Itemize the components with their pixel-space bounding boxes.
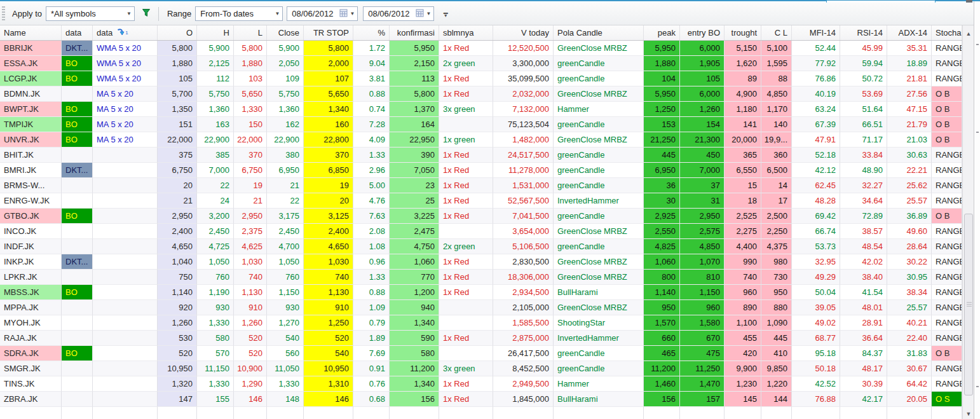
column-header-tr[interactable]: trought [725, 25, 761, 40]
cell-eb[interactable]: 1,580 [680, 315, 725, 331]
cell-n[interactable]: LCGP.JK [0, 71, 62, 86]
cell-k[interactable]: 23 [390, 178, 439, 193]
cell-tr[interactable]: 9,900 [725, 361, 761, 376]
cell-v[interactable]: 5,106,500 [493, 239, 554, 254]
cell-v[interactable] [493, 407, 554, 419]
cell-h[interactable]: 5,900 [197, 41, 234, 56]
cell-rsi[interactable]: 50.72 [840, 71, 887, 86]
cell-sb[interactable]: 1x Red [439, 376, 493, 392]
cell-st[interactable]: RANGE [932, 285, 962, 300]
cell-c[interactable]: 560 [267, 346, 304, 361]
cell-pk[interactable]: 660 [644, 331, 680, 346]
cell-v[interactable]: 75,123,504 [493, 117, 554, 132]
cell-tr[interactable]: 20,000 [725, 132, 761, 148]
cell-adx[interactable]: 30.95 [887, 270, 932, 285]
cell-c[interactable]: 109 [267, 71, 304, 86]
cell-pc[interactable]: Hammer [554, 102, 644, 117]
cell-pk[interactable]: 30 [644, 193, 680, 209]
cell-rsi[interactable]: 48.01 [840, 300, 887, 315]
cell-c[interactable]: 5,750 [267, 86, 304, 102]
cell-mfi[interactable]: 69.42 [792, 209, 840, 224]
cell-h[interactable]: 3,200 [197, 209, 234, 224]
cell-l[interactable]: 1,290 [234, 376, 267, 392]
cell-l[interactable]: 520 [234, 331, 267, 346]
cell-pc[interactable]: InvertedHammer [554, 331, 644, 346]
cell-o[interactable]: 375 [158, 148, 197, 163]
cell-adx[interactable]: 25.57 [887, 193, 932, 209]
toolbar-overflow-button[interactable]: ▬▼ [442, 7, 449, 21]
cell-tr[interactable]: 141 [725, 117, 761, 132]
cell-eb[interactable]: 37 [680, 178, 725, 193]
cell-l[interactable]: 370 [234, 148, 267, 163]
cell-o[interactable]: 4,650 [158, 239, 197, 254]
cell-n[interactable]: MYOH.JK [0, 315, 62, 331]
cell-d1[interactable] [62, 392, 93, 407]
cell-mfi[interactable]: 48.28 [792, 193, 840, 209]
cell-v[interactable]: 24,517,500 [493, 148, 554, 163]
cell-d2[interactable] [93, 163, 158, 178]
cell-d1[interactable]: BO [62, 56, 93, 71]
cell-d1[interactable] [62, 300, 93, 315]
cell-h[interactable]: 580 [197, 331, 234, 346]
cell-c[interactable] [267, 407, 304, 419]
cell-pc[interactable]: GreenClose MRBZ [554, 254, 644, 270]
cell-p[interactable]: 5.00 [353, 178, 390, 193]
cell-k[interactable]: 5,800 [390, 86, 439, 102]
cell-c[interactable]: 1,050 [267, 254, 304, 270]
cell-eb[interactable]: 31 [680, 193, 725, 209]
cell-rsi[interactable]: 71.17 [840, 132, 887, 148]
cell-l[interactable]: 2,375 [234, 224, 267, 239]
cell-pc[interactable]: greenCandle [554, 239, 644, 254]
cell-sb[interactable]: 2x green [439, 56, 493, 71]
cell-st[interactable]: O B [932, 132, 962, 148]
cell-ts[interactable]: 1,310 [304, 376, 353, 392]
cell-rsi[interactable]: 42.17 [840, 392, 887, 407]
cell-pk[interactable]: 800 [644, 270, 680, 285]
cell-l[interactable]: 1,030 [234, 254, 267, 270]
cell-cl[interactable] [761, 407, 792, 419]
cell-k[interactable]: 7,050 [390, 163, 439, 178]
cell-adx[interactable]: 21.81 [887, 71, 932, 86]
cell-h[interactable]: 1,050 [197, 254, 234, 270]
cell-eb[interactable]: 810 [680, 270, 725, 285]
cell-p[interactable]: 1.09 [353, 300, 390, 315]
cell-tr[interactable]: 890 [725, 300, 761, 315]
cell-d1[interactable] [62, 407, 93, 419]
cell-d2[interactable] [93, 285, 158, 300]
cell-n[interactable]: BMRI.JK [0, 163, 62, 178]
cell-adx[interactable]: 28.64 [887, 239, 932, 254]
column-header-mfi[interactable]: MFI-14 [792, 25, 840, 40]
cell-k[interactable]: 580 [390, 346, 439, 361]
cell-k[interactable]: 2,150 [390, 56, 439, 71]
cell-n[interactable]: INDF.JK [0, 239, 62, 254]
cell-ts[interactable]: 6,850 [304, 163, 353, 178]
cell-d1[interactable]: DKT... [62, 163, 93, 178]
cell-o[interactable]: 151 [158, 117, 197, 132]
cell-k[interactable]: 1,340 [390, 315, 439, 331]
cell-h[interactable]: 11,150 [197, 361, 234, 376]
cell-d2[interactable]: MA 5 x 20 [93, 86, 158, 102]
cell-p[interactable]: 1.08 [353, 239, 390, 254]
cell-h[interactable]: 1,360 [197, 102, 234, 117]
cell-o[interactable]: 1,880 [158, 56, 197, 71]
column-header-pc[interactable]: Pola Candle [554, 25, 644, 40]
cell-pc[interactable]: greenCandle [554, 56, 644, 71]
cell-d2[interactable] [93, 331, 158, 346]
cell-st[interactable]: RANGE [932, 300, 962, 315]
cell-cl[interactable]: 950 [761, 285, 792, 300]
cell-p[interactable]: 0.76 [353, 376, 390, 392]
cell-c[interactable]: 21 [267, 178, 304, 193]
cell-p[interactable]: 2.08 [353, 224, 390, 239]
cell-ts[interactable]: 107 [304, 71, 353, 86]
cell-ts[interactable]: 22,800 [304, 132, 353, 148]
cell-h[interactable]: 24 [197, 193, 234, 209]
cell-adx[interactable]: 31.83 [887, 346, 932, 361]
cell-h[interactable]: 1,330 [197, 376, 234, 392]
cell-st[interactable]: RANGE [932, 71, 962, 86]
cell-mfi[interactable]: 39.05 [792, 300, 840, 315]
cell-c[interactable]: 148 [267, 392, 304, 407]
vertical-scrollbar[interactable]: ▲ ▼ [962, 25, 974, 419]
cell-pk[interactable]: 1,460 [644, 376, 680, 392]
cell-mfi[interactable]: 66.74 [792, 224, 840, 239]
cell-pc[interactable]: greenCandle [554, 209, 644, 224]
